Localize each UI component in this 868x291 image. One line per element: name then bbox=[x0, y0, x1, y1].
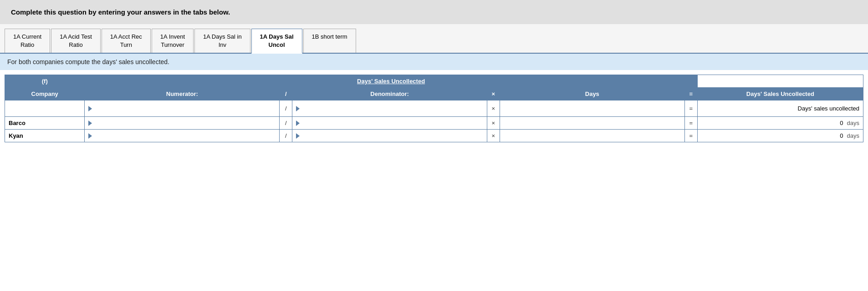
col-denominator: Denominator: bbox=[292, 88, 487, 100]
col-result: Days' Sales Uncollected bbox=[697, 88, 863, 100]
denominator-input-3[interactable] bbox=[301, 132, 483, 139]
tab-1a-days-sal-uncol[interactable]: 1A Days SalUncol bbox=[251, 29, 302, 54]
col-numerator: Numerator: bbox=[85, 88, 280, 100]
numerator-cell-2[interactable] bbox=[85, 117, 280, 130]
triangle-icon-3 bbox=[88, 120, 92, 126]
result-cell-2: 0 days bbox=[697, 117, 863, 130]
col-equals: = bbox=[684, 88, 697, 100]
denominator-input-2[interactable] bbox=[301, 120, 483, 126]
description-bar: For both companies compute the days' sal… bbox=[0, 54, 868, 70]
days-label-kyan: days bbox=[845, 132, 859, 139]
days-cell-2[interactable] bbox=[500, 117, 684, 130]
numerator-input-3[interactable] bbox=[93, 132, 276, 139]
table-row: Kyan / × = bbox=[5, 130, 863, 142]
result-cell-3: 0 days bbox=[697, 130, 863, 142]
denominator-input-1[interactable] bbox=[301, 105, 483, 112]
x-cell-3: × bbox=[487, 130, 500, 142]
days-cell-3[interactable] bbox=[500, 130, 684, 142]
col-days: Days bbox=[500, 88, 684, 100]
x-cell-2: × bbox=[487, 117, 500, 130]
days-input-1[interactable] bbox=[504, 105, 681, 112]
tab-1a-invent-turnover[interactable]: 1A InventTurnover bbox=[152, 29, 194, 53]
result-text-1: Days' sales uncollected bbox=[798, 105, 859, 112]
triangle-icon-2 bbox=[296, 106, 300, 111]
company-cell-empty bbox=[5, 100, 85, 117]
slash-cell-3: / bbox=[280, 130, 292, 142]
days-label-barco: days bbox=[845, 120, 859, 126]
col-slash: / bbox=[280, 88, 292, 100]
company-cell-kyan: Kyan bbox=[5, 130, 85, 142]
numerator-input-1[interactable] bbox=[93, 105, 276, 112]
equals-cell-1: = bbox=[684, 100, 697, 117]
numerator-cell-3[interactable] bbox=[85, 130, 280, 142]
x-cell-1: × bbox=[487, 100, 500, 117]
denominator-cell-1[interactable] bbox=[292, 100, 487, 117]
result-value-kyan: 0 bbox=[840, 132, 843, 139]
instruction-bar: Complete this question by entering your … bbox=[0, 0, 868, 24]
header-title: Days' Sales Uncollected bbox=[85, 75, 697, 88]
triangle-icon-6 bbox=[296, 133, 300, 139]
header-f: (f) bbox=[5, 75, 85, 88]
company-cell-barco: Barco bbox=[5, 117, 85, 130]
col-company: Company bbox=[5, 88, 85, 100]
triangle-icon-4 bbox=[296, 120, 300, 126]
denominator-cell-2[interactable] bbox=[292, 117, 487, 130]
tab-1a-days-sal-in-inv[interactable]: 1A Days Sal inInv bbox=[194, 29, 250, 53]
equals-cell-3: = bbox=[684, 130, 697, 142]
denominator-cell-3[interactable] bbox=[292, 130, 487, 142]
table-row: Barco / × = bbox=[5, 117, 863, 130]
days-input-2[interactable] bbox=[504, 120, 681, 126]
slash-cell-1: / bbox=[280, 100, 292, 117]
table-row: / × = Days' sales uncollected bbox=[5, 100, 863, 117]
result-cell-1: Days' sales uncollected bbox=[697, 100, 863, 117]
tab-1b-short-term[interactable]: 1B short term bbox=[303, 29, 356, 53]
triangle-icon-1 bbox=[88, 106, 92, 111]
slash-cell-2: / bbox=[280, 117, 292, 130]
days-cell-1[interactable] bbox=[500, 100, 684, 117]
days-sales-uncollected-table: (f) Days' Sales Uncollected Company Nume… bbox=[5, 75, 863, 142]
triangle-icon-5 bbox=[88, 133, 92, 139]
tabs-container: 1A CurrentRatio 1A Acid TestRatio 1A Acc… bbox=[0, 24, 868, 54]
tab-1a-acct-rec-turn[interactable]: 1A Acct RecTurn bbox=[102, 29, 151, 53]
equals-cell-2: = bbox=[684, 117, 697, 130]
col-x: × bbox=[487, 88, 500, 100]
days-input-3[interactable] bbox=[504, 132, 681, 139]
result-value-barco: 0 bbox=[840, 120, 843, 126]
tab-1a-current-ratio[interactable]: 1A CurrentRatio bbox=[5, 29, 50, 53]
main-content: (f) Days' Sales Uncollected Company Nume… bbox=[0, 70, 868, 147]
numerator-input-2[interactable] bbox=[93, 120, 276, 126]
tab-1a-acid-test-ratio[interactable]: 1A Acid TestRatio bbox=[51, 29, 101, 53]
numerator-cell-1[interactable] bbox=[85, 100, 280, 117]
